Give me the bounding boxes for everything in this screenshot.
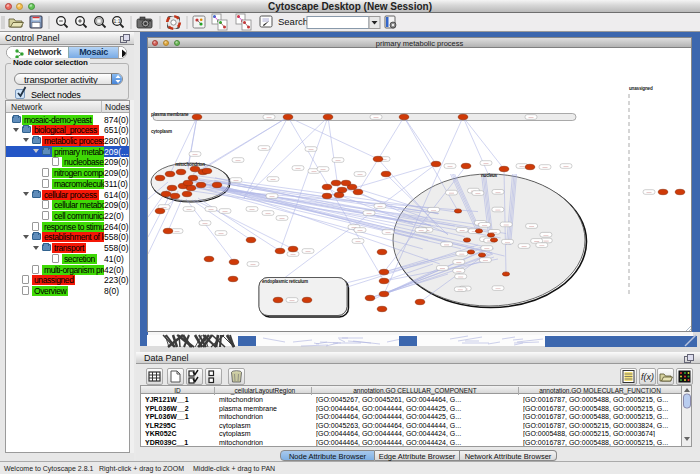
- svg-text:f(x): f(x): [641, 372, 654, 382]
- svg-text:plasma membrane: plasma membrane: [151, 112, 189, 117]
- svg-text:nucleus: nucleus: [481, 173, 498, 178]
- svg-text:cytoplasm: cytoplasm: [151, 129, 172, 134]
- svg-text:unassigned: unassigned: [629, 86, 653, 91]
- svg-text:mitochondrion: mitochondrion: [175, 162, 205, 167]
- svg-text:1:1: 1:1: [114, 18, 121, 24]
- svg-text:Search:: Search:: [278, 16, 311, 27]
- svg-text:endoplasmic reticulum: endoplasmic reticulum: [262, 279, 308, 284]
